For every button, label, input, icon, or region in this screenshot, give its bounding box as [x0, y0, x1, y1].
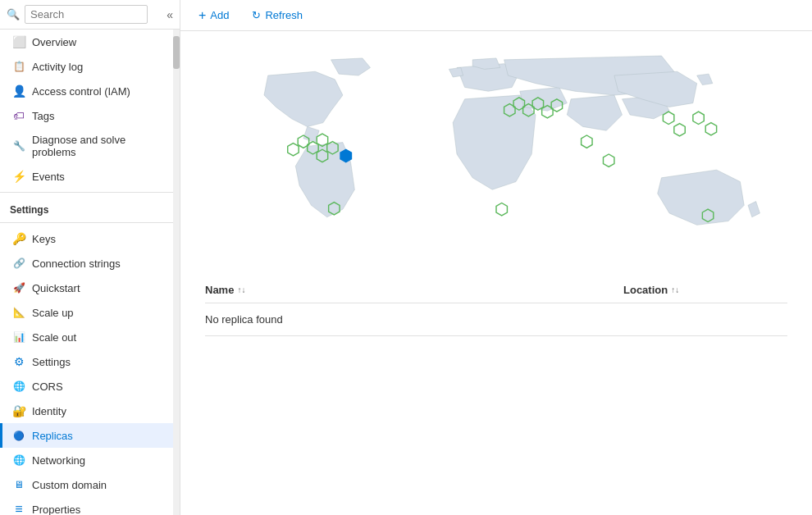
sidebar-item-connection-strings[interactable]: 🔗 Connection strings	[0, 251, 173, 276]
col-location-header: Location ↑↓	[623, 284, 787, 296]
map-marker	[582, 135, 592, 148]
sidebar-nav: ⬜ Overview 📋 Activity log 👤 Access contr…	[0, 30, 173, 515]
refresh-button[interactable]: ↻ Refresh	[247, 7, 308, 24]
networking-icon: 🌐	[12, 453, 25, 467]
sidebar-item-scale-out[interactable]: 📊 Scale out	[0, 325, 173, 349]
sidebar-item-access-control[interactable]: 👤 Access control (IAM)	[0, 79, 173, 103]
sidebar-item-scale-up[interactable]: 📐 Scale up	[0, 300, 173, 325]
replicas-icon: 🔵	[12, 429, 25, 442]
sidebar: 🔍 « ⬜ Overview 📋 Activity log 👤 Access c…	[0, 0, 180, 515]
sidebar-item-label: Quickstart	[32, 282, 80, 294]
keys-icon: 🔑	[12, 232, 25, 245]
custom-domain-icon: 🖥	[12, 478, 25, 491]
map-marker	[674, 124, 685, 136]
sidebar-item-label: Networking	[32, 454, 85, 467]
map-marker	[663, 112, 673, 124]
map-marker	[603, 154, 614, 166]
sidebar-item-diagnose[interactable]: 🔧 Diagnose and solve problems	[0, 128, 173, 164]
refresh-icon: ↻	[252, 9, 261, 21]
world-map-svg	[205, 48, 787, 261]
sidebar-item-replicas[interactable]: 🔵 Replicas	[0, 423, 173, 448]
add-button[interactable]: + Add	[194, 6, 234, 25]
sidebar-item-label: Access control (IAM)	[32, 85, 130, 98]
sidebar-item-cors[interactable]: 🌐 CORS	[0, 374, 173, 399]
connection-strings-icon: 🔗	[12, 257, 25, 270]
refresh-label: Refresh	[265, 9, 303, 21]
sidebar-nav-container: ⬜ Overview 📋 Activity log 👤 Access contr…	[0, 30, 180, 515]
sidebar-item-label: Overview	[32, 36, 76, 48]
replicas-table: Name ↑↓ Location ↑↓ No replica found	[180, 277, 812, 336]
content-area: Name ↑↓ Location ↑↓ No replica found	[180, 31, 812, 515]
add-icon: +	[198, 8, 206, 23]
sidebar-item-keys[interactable]: 🔑 Keys	[0, 226, 173, 251]
search-input[interactable]	[25, 5, 148, 24]
diagnose-icon: 🔧	[12, 139, 25, 153]
sidebar-item-label: Events	[32, 171, 65, 183]
settings-divider	[0, 192, 173, 193]
table-header: Name ↑↓ Location ↑↓	[205, 277, 787, 303]
identity-icon: 🔐	[12, 404, 25, 417]
sidebar-item-label: Scale up	[32, 307, 74, 319]
scale-up-icon: 📐	[12, 306, 25, 319]
settings-section-label: Settings	[0, 196, 173, 219]
sidebar-item-label: CORS	[32, 381, 63, 393]
search-icon: 🔍	[7, 8, 20, 21]
toolbar: + Add ↻ Refresh	[180, 0, 812, 31]
sidebar-item-activity-log[interactable]: 📋 Activity log	[0, 54, 173, 79]
map-marker	[693, 112, 704, 124]
sidebar-item-properties[interactable]: ≡ Properties	[0, 497, 173, 515]
sidebar-item-events[interactable]: ⚡ Events	[0, 164, 173, 189]
add-label: Add	[210, 9, 229, 21]
quickstart-icon: 🚀	[12, 281, 25, 294]
sidebar-item-networking[interactable]: 🌐 Networking	[0, 448, 173, 472]
events-icon: ⚡	[12, 170, 25, 183]
sidebar-item-settings[interactable]: ⚙ Settings	[0, 349, 173, 374]
settings-icon: ⚙	[12, 355, 25, 368]
cors-icon: 🌐	[12, 380, 25, 393]
sidebar-collapse-button[interactable]: «	[167, 8, 173, 21]
sidebar-item-label: Tags	[32, 110, 54, 122]
sidebar-item-tags[interactable]: 🏷 Tags	[0, 103, 173, 128]
sidebar-item-label: Properties	[32, 504, 80, 516]
world-map-container	[180, 31, 812, 277]
sidebar-item-label: Activity log	[32, 61, 83, 73]
sidebar-item-quickstart[interactable]: 🚀 Quickstart	[0, 276, 173, 300]
sidebar-search-container: 🔍 «	[0, 0, 180, 30]
sidebar-item-label: Diagnose and solve problems	[32, 134, 163, 158]
main-content: + Add ↻ Refresh	[180, 0, 812, 515]
access-control-icon: 👤	[12, 84, 25, 98]
sidebar-item-label: Keys	[32, 233, 56, 245]
col-name-header: Name ↑↓	[205, 284, 623, 296]
map-marker-primary	[340, 149, 351, 162]
location-sort-icon[interactable]: ↑↓	[671, 285, 679, 294]
map-marker	[317, 134, 327, 146]
map-marker	[288, 144, 299, 156]
properties-icon: ≡	[12, 503, 25, 515]
tags-icon: 🏷	[12, 109, 25, 122]
map-marker	[705, 123, 716, 135]
settings-divider2	[0, 222, 173, 223]
col-location-label: Location	[623, 284, 668, 296]
name-sort-icon[interactable]: ↑↓	[237, 285, 245, 294]
table-empty-message: No replica found	[205, 303, 787, 336]
sidebar-item-label: Replicas	[32, 430, 73, 442]
sidebar-item-label: Identity	[32, 405, 66, 417]
sidebar-item-label: Settings	[32, 356, 71, 368]
sidebar-item-overview[interactable]: ⬜ Overview	[0, 30, 173, 54]
sidebar-item-label: Connection strings	[32, 258, 121, 270]
sidebar-item-custom-domain[interactable]: 🖥 Custom domain	[0, 472, 173, 497]
sidebar-scroll-thumb[interactable]	[173, 36, 180, 69]
overview-icon: ⬜	[12, 35, 25, 48]
sidebar-item-identity[interactable]: 🔐 Identity	[0, 399, 173, 423]
map-marker	[496, 203, 507, 215]
world-map	[205, 48, 787, 269]
activity-log-icon: 📋	[12, 60, 25, 73]
sidebar-item-label: Custom domain	[32, 479, 107, 491]
col-name-label: Name	[205, 284, 234, 296]
scale-out-icon: 📊	[12, 330, 25, 344]
sidebar-scrollbar[interactable]	[173, 30, 180, 515]
sidebar-item-label: Scale out	[32, 331, 76, 344]
